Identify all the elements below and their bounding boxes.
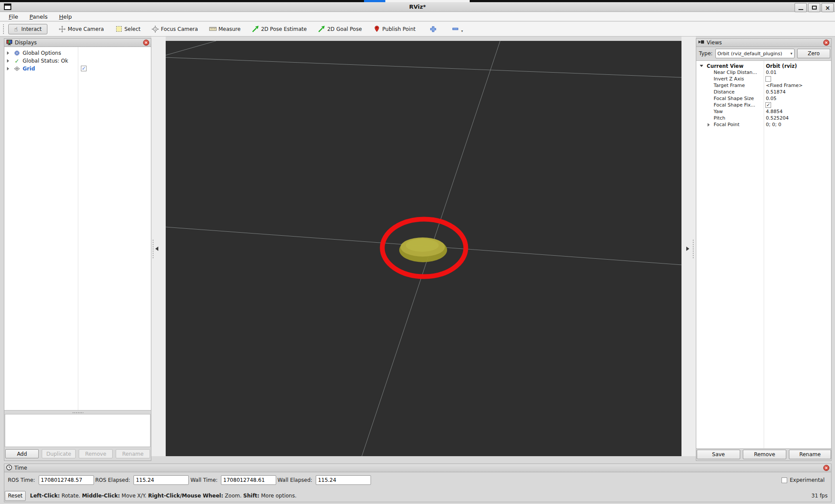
remove-display-button[interactable]: Remove bbox=[79, 449, 113, 458]
tree-row-global-options[interactable]: Global Options bbox=[4, 49, 61, 57]
property-row-focal-shape-fixed[interactable]: Focal Shape Fix... ✓ bbox=[696, 102, 831, 108]
property-row-pitch[interactable]: Pitch 0.525204 bbox=[696, 115, 831, 121]
grid-enabled-checkbox[interactable]: ✓ bbox=[81, 66, 87, 71]
time-panel-header[interactable]: Time × bbox=[4, 464, 831, 472]
expand-icon[interactable] bbox=[7, 67, 11, 70]
views-close-icon[interactable]: × bbox=[823, 40, 829, 46]
toolbar-drag-handle[interactable] bbox=[3, 24, 5, 34]
close-icon: × bbox=[825, 5, 830, 11]
help-segment: Left-Click: bbox=[30, 493, 60, 499]
property-value[interactable]: 0.01 bbox=[766, 70, 777, 75]
menu-panels[interactable]: Panels bbox=[28, 13, 49, 20]
property-row-distance[interactable]: Distance 0.51874 bbox=[696, 89, 831, 95]
add-display-button[interactable]: Add bbox=[5, 449, 39, 458]
property-value[interactable]: 0.05 bbox=[766, 96, 777, 101]
help-segment: Right-Click/Mouse Wheel: bbox=[148, 493, 223, 499]
focus-crosshair-icon bbox=[152, 26, 159, 33]
property-row-yaw[interactable]: Yaw 4.8854 bbox=[696, 108, 831, 115]
maximize-button[interactable] bbox=[808, 3, 820, 12]
displays-panel-header[interactable]: Displays × bbox=[4, 39, 151, 47]
view-type-dropdown[interactable]: Orbit (rviz_default_plugins) ▾ bbox=[715, 49, 795, 58]
property-row-invert-z[interactable]: Invert Z Axis ✓ bbox=[696, 76, 831, 82]
clock-icon bbox=[6, 464, 12, 472]
views-panel-header[interactable]: Views × bbox=[696, 39, 831, 47]
collapse-icon[interactable] bbox=[700, 65, 703, 67]
property-row-current-view[interactable]: Current View Orbit (rviz) bbox=[696, 63, 831, 69]
tool-2d-pose-estimate[interactable]: 2D Pose Estimate bbox=[252, 25, 307, 33]
remove-view-button[interactable]: Remove bbox=[743, 450, 786, 459]
property-value[interactable]: 4.8854 bbox=[766, 109, 783, 114]
menu-file[interactable]: File bbox=[7, 13, 20, 20]
wall-time-input[interactable] bbox=[221, 475, 276, 485]
minimize-button[interactable] bbox=[795, 3, 807, 12]
minus-icon bbox=[451, 27, 459, 30]
tool-2d-pose-estimate-label: 2D Pose Estimate bbox=[261, 26, 307, 32]
tool-measure[interactable]: Measure bbox=[209, 26, 240, 32]
property-label: Pitch bbox=[714, 115, 725, 121]
property-value[interactable]: 0.51874 bbox=[766, 89, 786, 95]
property-value[interactable]: <Fixed Frame> bbox=[766, 83, 803, 88]
menu-file-label: ile bbox=[12, 13, 18, 20]
views-panel: Views × Type: Orbit (rviz_default_plugin… bbox=[696, 38, 832, 461]
property-row-near-clip[interactable]: Near Clip Distan... 0.01 bbox=[696, 69, 831, 76]
mouse-help-text: Left-Click: Rotate. Middle-Click: Move X… bbox=[30, 493, 297, 499]
zero-button[interactable]: Zero bbox=[797, 49, 830, 58]
property-label: Focal Shape Size bbox=[714, 96, 754, 101]
collapse-right-panel-icon[interactable] bbox=[686, 247, 689, 251]
toolbar: ☝ Interact Move Camera Select Focus Came… bbox=[0, 22, 835, 37]
property-value[interactable]: 0; 0; 0 bbox=[766, 122, 781, 127]
tool-move-camera[interactable]: Move Camera bbox=[59, 26, 104, 33]
help-segment: Shift: bbox=[243, 493, 259, 499]
reset-button[interactable]: Reset bbox=[5, 491, 26, 501]
tool-interact[interactable]: ☝ Interact bbox=[8, 24, 47, 34]
ros-time-label: ROS Time: bbox=[8, 477, 35, 483]
ros-time-input[interactable] bbox=[39, 475, 94, 485]
maximize-icon bbox=[812, 6, 817, 10]
close-button[interactable]: × bbox=[822, 3, 834, 12]
experimental-checkbox[interactable]: ✓ bbox=[782, 477, 787, 483]
expand-icon[interactable] bbox=[7, 59, 11, 63]
3d-viewport[interactable] bbox=[166, 41, 681, 456]
expand-icon[interactable] bbox=[708, 123, 710, 127]
displays-panel-title: Displays bbox=[15, 40, 141, 46]
rename-display-button[interactable]: Rename bbox=[116, 449, 150, 458]
tool-focus-camera-label: Focus Camera bbox=[161, 26, 198, 32]
tool-publish-point[interactable]: Publish Point bbox=[373, 26, 415, 32]
time-close-icon[interactable]: × bbox=[823, 465, 829, 471]
3d-viewport-canvas[interactable] bbox=[166, 41, 681, 456]
wall-elapsed-input[interactable] bbox=[316, 475, 371, 485]
help-segment: More options. bbox=[259, 493, 296, 499]
tool-2d-goal-pose[interactable]: 2D Goal Pose bbox=[318, 25, 362, 33]
menu-help[interactable]: Help bbox=[58, 13, 73, 20]
property-value[interactable]: 0.525204 bbox=[766, 115, 789, 121]
interact-hand-icon: ☝ bbox=[12, 26, 20, 32]
property-label: Distance bbox=[714, 89, 735, 95]
property-row-focal-shape-size[interactable]: Focal Shape Size 0.05 bbox=[696, 95, 831, 102]
duplicate-display-button[interactable]: Duplicate bbox=[42, 449, 76, 458]
window-title: RViz* bbox=[0, 3, 835, 10]
help-segment: Middle-Click: bbox=[82, 493, 120, 499]
property-row-target-frame[interactable]: Target Frame <Fixed Frame> bbox=[696, 82, 831, 89]
ros-elapsed-input[interactable] bbox=[134, 475, 189, 485]
select-box-icon bbox=[115, 26, 123, 32]
wall-time-field: Wall Time: bbox=[190, 475, 276, 485]
left-splitter-handle[interactable] bbox=[152, 239, 154, 258]
focal-shape-fixed-checkbox[interactable]: ✓ bbox=[765, 102, 771, 108]
add-tool-button[interactable] bbox=[429, 26, 437, 32]
tool-focus-camera[interactable]: Focus Camera bbox=[152, 26, 198, 33]
invert-z-checkbox[interactable]: ✓ bbox=[765, 76, 771, 82]
remove-tool-button[interactable]: ▾ bbox=[451, 27, 459, 30]
property-row-focal-point[interactable]: Focal Point 0; 0; 0 bbox=[696, 121, 831, 128]
save-view-button[interactable]: Save bbox=[697, 450, 740, 459]
status-ok-check-icon: ✓ bbox=[13, 58, 21, 64]
rename-view-button[interactable]: Rename bbox=[789, 450, 831, 459]
collapse-left-panel-icon[interactable] bbox=[155, 247, 158, 251]
tree-row-grid[interactable]: Grid ✓ bbox=[4, 65, 35, 73]
right-splitter-handle[interactable] bbox=[692, 239, 694, 258]
property-label: Focal Shape Fix... bbox=[714, 102, 755, 108]
displays-close-icon[interactable]: × bbox=[143, 40, 149, 46]
expand-icon[interactable] bbox=[7, 51, 11, 55]
views-property-tree: Current View Orbit (rviz) Near Clip Dist… bbox=[696, 60, 831, 449]
tree-row-global-status[interactable]: ✓ Global Status: Ok bbox=[4, 57, 68, 65]
tool-select[interactable]: Select bbox=[115, 26, 140, 32]
